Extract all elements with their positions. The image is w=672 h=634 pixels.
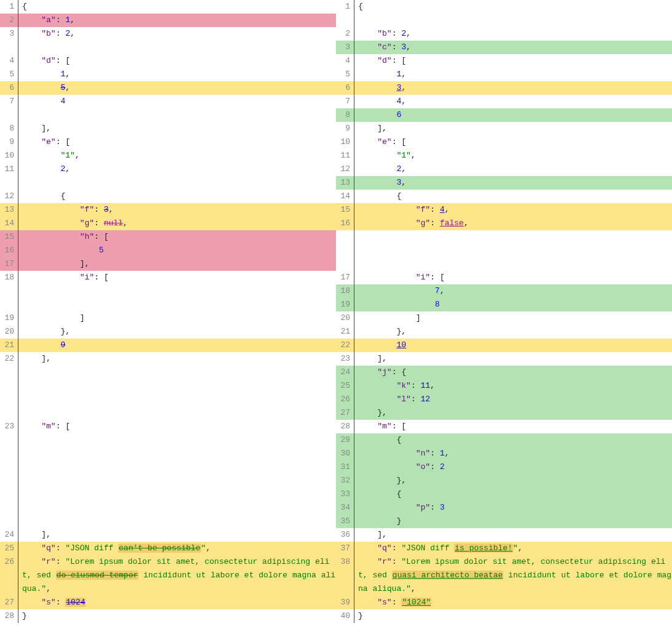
line-number: 14 — [336, 190, 354, 203]
diff-row: 25 "q": "JSON diff can't be possible", — [0, 542, 336, 555]
diff-row — [0, 298, 336, 311]
line-number — [0, 41, 18, 54]
code-line: 2, — [18, 163, 336, 176]
diff-row: 25 "k": 11, — [336, 379, 672, 393]
diff-row: 15 "f": 4, — [336, 203, 672, 217]
code-line: "m": [ — [354, 420, 672, 433]
line-number: 32 — [336, 474, 354, 488]
line-number: 6 — [336, 81, 354, 95]
code-line: "p": 3 — [354, 501, 672, 515]
diff-row: 28 "m": [ — [336, 420, 672, 433]
line-number: 1 — [0, 0, 18, 14]
code-line: "s": 1024 — [18, 596, 336, 609]
line-number: 8 — [336, 108, 354, 122]
code-line — [18, 108, 336, 122]
code-line — [18, 488, 336, 501]
line-number: 35 — [336, 515, 354, 528]
diff-row: 7 4, — [336, 95, 672, 108]
diff-row: 19 ] — [0, 311, 336, 325]
code-line: "i": [ — [18, 271, 336, 284]
diff-row: 4 "d": [ — [336, 54, 672, 68]
line-number — [0, 406, 18, 420]
line-number: 2 — [336, 27, 354, 41]
code-line — [18, 515, 336, 528]
code-line: "o": 2 — [354, 460, 672, 474]
code-line: { — [18, 0, 336, 14]
line-number: 11 — [0, 163, 18, 176]
diff-row: 23 ], — [336, 352, 672, 366]
diff-row: 24 ], — [0, 528, 336, 542]
diff-row — [0, 433, 336, 447]
code-line: } — [354, 515, 672, 528]
diff-row: 33 { — [336, 488, 672, 501]
line-number: 25 — [336, 379, 354, 393]
line-number: 4 — [336, 54, 354, 68]
code-line: 2, — [354, 163, 672, 176]
line-number: 16 — [0, 244, 18, 257]
code-line: 1, — [18, 68, 336, 81]
line-number: 27 — [336, 406, 354, 420]
code-line: { — [354, 0, 672, 14]
line-number: 18 — [0, 271, 18, 284]
diff-row — [0, 379, 336, 393]
diff-row — [0, 460, 336, 474]
diff-row — [0, 176, 336, 190]
line-number: 23 — [336, 352, 354, 366]
line-number: 37 — [336, 542, 354, 555]
line-number: 16 — [336, 217, 354, 230]
line-number: 25 — [0, 542, 18, 555]
diff-row: 17 ], — [0, 257, 336, 271]
diff-row: 10 "e": [ — [336, 135, 672, 149]
code-line: 6 — [354, 108, 672, 122]
diff-row — [0, 393, 336, 406]
diff-row: 15 "h": [ — [0, 230, 336, 244]
diff-row — [336, 244, 672, 257]
code-line: }, — [18, 325, 336, 339]
diff-row: 31 "o": 2 — [336, 460, 672, 474]
line-number: 9 — [0, 135, 18, 149]
code-line: ], — [354, 528, 672, 542]
code-line: 4 — [18, 95, 336, 108]
code-line: "1", — [354, 149, 672, 163]
diff-row: 2 "a": 1, — [0, 14, 336, 27]
code-line — [18, 379, 336, 393]
code-line: "e": [ — [18, 135, 336, 149]
code-line: ] — [18, 311, 336, 325]
diff-row — [0, 474, 336, 488]
line-number: 15 — [336, 203, 354, 217]
line-number: 29 — [336, 433, 354, 447]
line-number: 24 — [336, 366, 354, 379]
diff-row — [0, 447, 336, 460]
line-number: 34 — [336, 501, 354, 515]
line-number: 18 — [336, 284, 354, 298]
diff-row: 11 2, — [0, 163, 336, 176]
diff-row: 6 5, — [0, 81, 336, 95]
line-number: 5 — [0, 68, 18, 81]
diff-row: 26 "l": 12 — [336, 393, 672, 406]
line-number: 27 — [0, 596, 18, 609]
line-number — [0, 488, 18, 501]
diff-row: 32 }, — [336, 474, 672, 488]
line-number: 2 — [0, 14, 18, 27]
code-line — [18, 460, 336, 474]
code-line — [18, 406, 336, 420]
line-number: 13 — [336, 176, 354, 190]
diff-row: 10 "1", — [0, 149, 336, 163]
line-number — [0, 515, 18, 528]
code-line — [354, 230, 672, 244]
diff-row: 14 { — [336, 190, 672, 203]
code-line: ], — [354, 352, 672, 366]
diff-row: 16 "g": false, — [336, 217, 672, 230]
diff-row — [336, 230, 672, 244]
code-line: "s": "1024" — [354, 596, 672, 609]
diff-row: 5 1, — [336, 68, 672, 81]
diff-row: 20 ] — [336, 311, 672, 325]
diff-row: 13 "f": 3, — [0, 203, 336, 217]
diff-row: 21 9 — [0, 339, 336, 352]
diff-row: 4 "d": [ — [0, 54, 336, 68]
code-line: "f": 4, — [354, 203, 672, 217]
line-number: 22 — [336, 339, 354, 352]
right-pane: 1{2 "b": 2,3 "c": 3,4 "d": [5 1,6 3,7 4,… — [336, 0, 672, 623]
line-number — [0, 433, 18, 447]
line-number: 5 — [336, 68, 354, 81]
